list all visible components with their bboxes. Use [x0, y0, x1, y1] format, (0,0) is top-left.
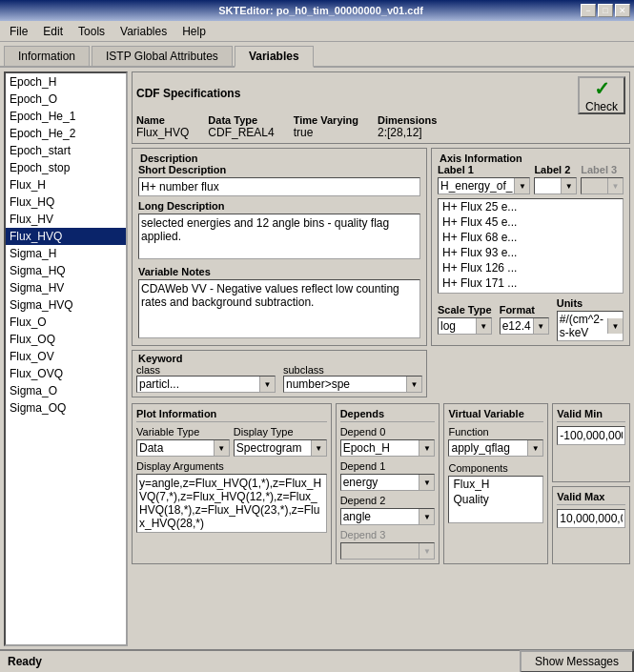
function-select[interactable]: apply_qflag ▼	[448, 439, 543, 457]
sidebar-item-epoch-he1[interactable]: Epoch_He_1	[6, 108, 126, 125]
menu-file[interactable]: File	[2, 23, 35, 40]
maximize-button[interactable]: □	[598, 4, 613, 17]
sidebar-item-epoch-h[interactable]: Epoch_H	[6, 73, 126, 91]
var-type-select[interactable]: Data ▼	[136, 439, 230, 457]
sidebar-item-flux-oq[interactable]: Flux_OQ	[6, 331, 126, 348]
sidebar-item-sigma-hq[interactable]: Sigma_HQ	[6, 262, 126, 279]
depend0-select[interactable]: Epoch_H ▼	[340, 439, 436, 457]
label1-select[interactable]: H_energy_of_ ▼	[438, 177, 530, 194]
sidebar-item-flux-hq[interactable]: Flux_HQ	[6, 193, 126, 211]
depend1-arrow[interactable]: ▼	[419, 475, 434, 490]
label2-value	[535, 185, 561, 187]
display-type-select[interactable]: Spectrogram ▼	[234, 439, 327, 457]
units-select[interactable]: #/(cm^2-s-keV ▼	[557, 311, 624, 341]
keyword-class-select[interactable]: particl... ▼	[136, 376, 276, 393]
listbox-item-4[interactable]: H+ Flux 126 ...	[439, 260, 623, 275]
var-type-arrow[interactable]: ▼	[214, 440, 229, 456]
sidebar[interactable]: Epoch_H Epoch_O Epoch_He_1 Epoch_He_2 Ep…	[4, 71, 128, 646]
data-type-label: Data Type	[208, 114, 274, 126]
keyword-group: Keyword class particl... ▼ subclass	[132, 350, 427, 397]
keyword-legend: Keyword	[136, 353, 422, 364]
depend3-label: Depend 3	[340, 529, 436, 540]
sidebar-item-flux-o[interactable]: Flux_O	[6, 314, 126, 331]
format-arrow[interactable]: ▼	[533, 318, 548, 334]
listbox-item-2[interactable]: H+ Flux 68 e...	[439, 230, 623, 245]
minimize-button[interactable]: −	[581, 4, 596, 17]
sidebar-item-sigma-o[interactable]: Sigma_O	[6, 382, 126, 399]
function-arrow[interactable]: ▼	[527, 440, 542, 456]
label1-arrow[interactable]: ▼	[514, 178, 529, 193]
label1-col: Label 1 H_energy_of_ ▼	[438, 164, 530, 194]
depend0-arrow[interactable]: ▼	[419, 440, 434, 456]
units-arrow[interactable]: ▼	[607, 318, 623, 334]
label2-arrow[interactable]: ▼	[561, 178, 576, 193]
scale-type-select[interactable]: log ▼	[438, 317, 492, 335]
listbox-item-1[interactable]: H+ Flux 45 e...	[439, 214, 623, 230]
sidebar-item-epoch-he2[interactable]: Epoch_He_2	[6, 125, 126, 142]
keyword-subclass-select[interactable]: number>spe ▼	[283, 376, 422, 393]
listbox-item-5[interactable]: H+ Flux 171 ...	[439, 275, 623, 291]
sidebar-item-sigma-hvq[interactable]: Sigma_HVQ	[6, 296, 126, 314]
valid-min-input[interactable]	[557, 426, 625, 445]
components-listbox[interactable]: Flux_H Quality	[448, 476, 543, 523]
tab-variables[interactable]: Variables	[235, 46, 314, 68]
menu-help[interactable]: Help	[174, 23, 214, 40]
depend3-value	[341, 550, 419, 552]
label2-select[interactable]: ▼	[534, 177, 577, 194]
depend1-value: energy	[341, 475, 419, 490]
tab-istp[interactable]: ISTP Global Attributes	[92, 46, 233, 66]
sidebar-item-sigma-hv[interactable]: Sigma_HV	[6, 279, 126, 296]
menu-edit[interactable]: Edit	[35, 23, 71, 40]
sidebar-item-flux-ovq[interactable]: Flux_OVQ	[6, 365, 126, 382]
data-type-value: CDF_REAL4	[208, 126, 274, 139]
dimensions-label: Dimensions	[378, 114, 437, 126]
display-type-arrow[interactable]: ▼	[311, 440, 326, 456]
sidebar-item-epoch-o[interactable]: Epoch_O	[6, 91, 126, 108]
short-desc-input[interactable]	[138, 177, 420, 196]
depend1-select[interactable]: energy ▼	[340, 474, 436, 491]
close-button[interactable]: ✕	[615, 4, 630, 17]
display-type-label: Display Type	[234, 426, 327, 438]
sidebar-item-flux-hv[interactable]: Flux_HV	[6, 211, 126, 228]
long-desc-textarea[interactable]: selected energies and 12 angle bins - qu…	[138, 214, 420, 259]
format-select[interactable]: e12.4 ▼	[500, 317, 549, 335]
cdf-dimensions-col: Dimensions 2:[28,12]	[378, 114, 437, 139]
depend2-label: Depend 2	[340, 495, 436, 506]
keyword-class-arrow[interactable]: ▼	[259, 377, 275, 392]
sidebar-item-epoch-stop[interactable]: Epoch_stop	[6, 159, 126, 176]
valid-max-input[interactable]	[557, 509, 625, 528]
label3-value	[582, 185, 607, 187]
axis-listbox[interactable]: H+ Flux 25 e... H+ Flux 45 e... H+ Flux …	[438, 198, 624, 294]
long-desc-label: Long Description	[138, 200, 420, 212]
short-desc-label: Short Description	[138, 164, 420, 175]
description-group: Description Short Description Long Descr…	[132, 148, 427, 346]
sidebar-item-flux-hvq[interactable]: Flux_HVQ	[6, 228, 126, 245]
sidebar-item-flux-ov[interactable]: Flux_OV	[6, 348, 126, 365]
depend2-select[interactable]: angle ▼	[340, 508, 436, 525]
sidebar-item-epoch-start[interactable]: Epoch_start	[6, 142, 126, 159]
component-1[interactable]: Flux_H	[449, 477, 542, 492]
variable-notes-textarea[interactable]: CDAWeb VV - Negative values reflect low …	[138, 279, 420, 338]
menu-variables[interactable]: Variables	[112, 23, 174, 40]
cdf-datatype-col: Data Type CDF_REAL4	[208, 114, 274, 139]
sidebar-item-sigma-oq[interactable]: Sigma_OQ	[6, 399, 126, 417]
keyword-subclass-label: subclass	[283, 364, 422, 376]
keyword-subclass-arrow[interactable]: ▼	[406, 377, 421, 392]
listbox-item-0[interactable]: H+ Flux 25 e...	[439, 199, 623, 214]
tab-information[interactable]: Information	[4, 46, 90, 66]
listbox-item-3[interactable]: H+ Flux 93 e...	[439, 245, 623, 260]
scale-type-arrow[interactable]: ▼	[476, 318, 491, 334]
plot-info-title: Plot Information	[136, 408, 327, 422]
sidebar-item-flux-h[interactable]: Flux_H	[6, 176, 126, 193]
sidebar-item-sigma-h[interactable]: Sigma_H	[6, 245, 126, 262]
scale-type-group: Scale Type log ▼	[438, 304, 492, 335]
show-messages-button[interactable]: Show Messages	[520, 650, 634, 672]
depend2-arrow[interactable]: ▼	[419, 509, 434, 524]
menu-tools[interactable]: Tools	[71, 23, 112, 40]
time-varying-label: Time Varying	[294, 114, 358, 126]
check-button[interactable]: ✓ Check	[578, 76, 625, 114]
component-2[interactable]: Quality	[449, 492, 542, 507]
depend0-value: Epoch_H	[341, 440, 419, 456]
display-args-textarea[interactable]: y=angle,z=Flux_HVQ(1,*),z=Flux_HVQ(7,*),…	[136, 474, 327, 533]
function-value: apply_qflag	[449, 440, 527, 456]
